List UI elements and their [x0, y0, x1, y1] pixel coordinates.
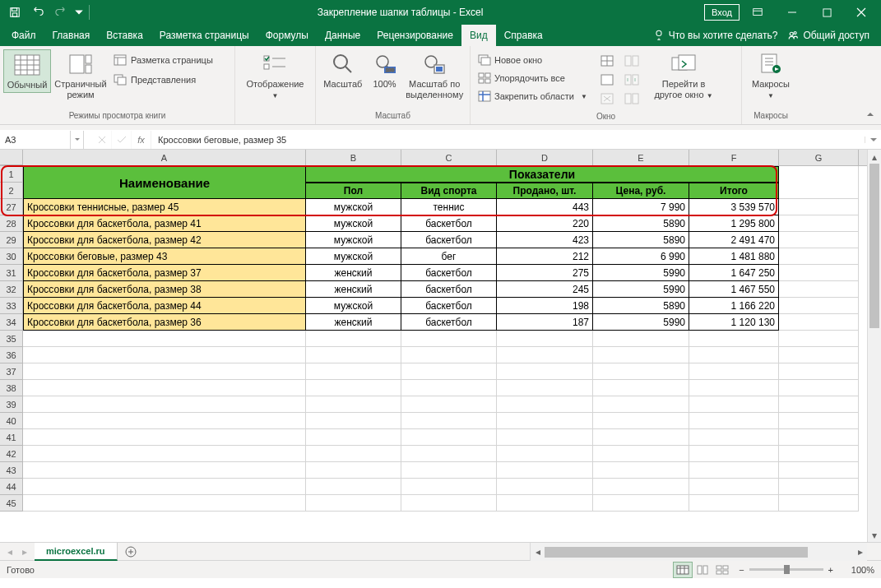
- cell-empty[interactable]: [779, 413, 859, 429]
- zoom-button[interactable]: Масштаб: [319, 49, 367, 91]
- new-window-button[interactable]: Новое окно: [475, 51, 596, 69]
- row-header[interactable]: 38: [0, 380, 23, 396]
- cell-empty[interactable]: [779, 479, 859, 495]
- cell-total[interactable]: 1 647 250: [689, 265, 779, 281]
- next-sheet-button[interactable]: ▸: [18, 545, 31, 558]
- cell-empty[interactable]: [306, 413, 401, 429]
- vscroll-thumb[interactable]: [869, 164, 879, 328]
- cell-gender[interactable]: мужской: [306, 248, 401, 265]
- cell-empty[interactable]: [23, 396, 306, 413]
- cell-empty[interactable]: [593, 413, 689, 429]
- cell-empty[interactable]: [497, 331, 593, 347]
- cell-empty[interactable]: [689, 479, 779, 495]
- menu-page-layout[interactable]: Разметка страницы: [151, 25, 257, 46]
- cell-empty[interactable]: [593, 495, 689, 512]
- cell-empty[interactable]: [593, 380, 689, 396]
- cell-price[interactable]: 5890: [593, 298, 689, 314]
- cell-gender[interactable]: мужской: [306, 199, 401, 215]
- name-box[interactable]: A3: [0, 131, 71, 149]
- undo-button[interactable]: [28, 2, 48, 22]
- scroll-right-button[interactable]: ▸: [853, 545, 867, 559]
- cell-total[interactable]: 1 295 800: [689, 215, 779, 232]
- cell-sport[interactable]: баскетбол: [401, 281, 497, 298]
- cell-total[interactable]: 1 467 550: [689, 281, 779, 298]
- cell-gender[interactable]: женский: [306, 281, 401, 298]
- close-button[interactable]: [845, 0, 878, 25]
- cell-name[interactable]: Кроссовки для баскетбола, размер 36: [23, 314, 306, 331]
- cell-price[interactable]: 6 990: [593, 248, 689, 265]
- cell-total[interactable]: 2 491 470: [689, 232, 779, 248]
- cell-empty[interactable]: [779, 248, 859, 265]
- cell-empty[interactable]: [497, 462, 593, 479]
- cell-empty[interactable]: [779, 265, 859, 281]
- hscroll-thumb[interactable]: [545, 547, 808, 558]
- row-header[interactable]: 35: [0, 331, 23, 347]
- cell-empty[interactable]: [497, 495, 593, 512]
- cell-sold[interactable]: 245: [497, 281, 593, 298]
- cell-empty[interactable]: [23, 495, 306, 512]
- cell-sport[interactable]: баскетбол: [401, 298, 497, 314]
- cell-gender[interactable]: мужской: [306, 215, 401, 232]
- cell-empty[interactable]: [497, 429, 593, 446]
- tell-me-search[interactable]: Что вы хотите сделать?: [653, 30, 778, 41]
- cell-empty[interactable]: [401, 479, 497, 495]
- cell-gender[interactable]: мужской: [306, 298, 401, 314]
- cell-empty[interactable]: [23, 479, 306, 495]
- cell-empty[interactable]: [23, 380, 306, 396]
- menu-view[interactable]: Вид: [461, 25, 496, 46]
- cell-sold[interactable]: 198: [497, 298, 593, 314]
- cell-sold[interactable]: 220: [497, 215, 593, 232]
- col-header-A[interactable]: A: [23, 150, 306, 165]
- sheet-tab-active[interactable]: microexcel.ru: [35, 543, 118, 561]
- col-header-B[interactable]: B: [306, 150, 401, 165]
- subheader-sold[interactable]: Продано, шт.: [497, 183, 593, 199]
- view-side-by-side-button[interactable]: [624, 53, 640, 69]
- row-header[interactable]: 37: [0, 363, 23, 380]
- row-header[interactable]: 27: [0, 199, 23, 215]
- cell-sport[interactable]: баскетбол: [401, 314, 497, 331]
- ribbon-display-options-button[interactable]: [741, 0, 774, 25]
- cell-price[interactable]: 5990: [593, 314, 689, 331]
- cell-empty[interactable]: [23, 347, 306, 363]
- cell-empty[interactable]: [779, 166, 859, 199]
- cell-empty[interactable]: [401, 446, 497, 462]
- cell-empty[interactable]: [593, 462, 689, 479]
- col-header-F[interactable]: F: [689, 150, 779, 165]
- cell-total[interactable]: 1 166 220: [689, 298, 779, 314]
- cell-name[interactable]: Кроссовки для баскетбола, размер 38: [23, 281, 306, 298]
- cell-empty[interactable]: [401, 495, 497, 512]
- redo-button[interactable]: [51, 2, 71, 22]
- row-header[interactable]: 42: [0, 446, 23, 462]
- cell-sport[interactable]: баскетбол: [401, 265, 497, 281]
- row-header[interactable]: 32: [0, 281, 23, 298]
- cell-empty[interactable]: [593, 331, 689, 347]
- scroll-up-button[interactable]: ▴: [868, 150, 881, 164]
- cell-empty[interactable]: [23, 429, 306, 446]
- switch-windows-dropdown[interactable]: Перейти в другое окно ▼: [647, 49, 721, 103]
- cell-empty[interactable]: [779, 462, 859, 479]
- cell-empty[interactable]: [497, 413, 593, 429]
- zoom-out-button[interactable]: −: [739, 565, 744, 575]
- cell-sport[interactable]: баскетбол: [401, 232, 497, 248]
- cell-sold[interactable]: 443: [497, 199, 593, 215]
- cell-name[interactable]: Кроссовки для баскетбола, размер 42: [23, 232, 306, 248]
- row-header[interactable]: 45: [0, 495, 23, 512]
- row-header[interactable]: 39: [0, 396, 23, 413]
- cell-sold[interactable]: 187: [497, 314, 593, 331]
- subheader-sport[interactable]: Вид спорта: [401, 183, 497, 199]
- login-button[interactable]: Вход: [704, 4, 740, 21]
- qat-customize-button[interactable]: [74, 2, 84, 22]
- cell-empty[interactable]: [497, 446, 593, 462]
- share-button[interactable]: Общий доступ: [787, 30, 869, 41]
- reset-window-button[interactable]: [624, 90, 640, 107]
- cell-empty[interactable]: [689, 331, 779, 347]
- cell-empty[interactable]: [689, 396, 779, 413]
- scroll-left-button[interactable]: ◂: [531, 545, 545, 559]
- cell-empty[interactable]: [593, 347, 689, 363]
- cell-empty[interactable]: [779, 380, 859, 396]
- view-mode-page-break[interactable]: [712, 562, 732, 578]
- formula-input[interactable]: Кроссовки беговые, размер 35: [151, 135, 865, 145]
- select-all-corner[interactable]: [0, 150, 23, 165]
- cell-empty[interactable]: [306, 363, 401, 380]
- cell-empty[interactable]: [779, 215, 859, 232]
